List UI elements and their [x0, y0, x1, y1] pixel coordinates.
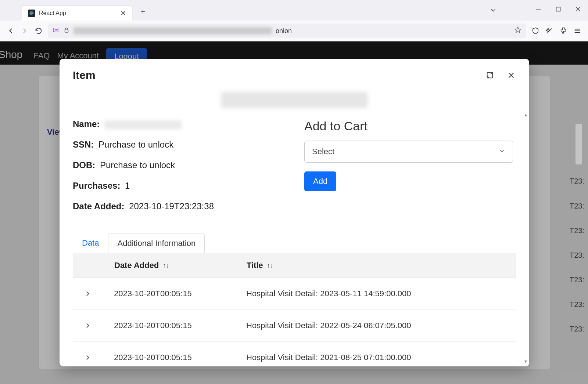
table-header: Date Added ↑↓ Title ↑↓	[73, 253, 516, 278]
window-close-icon[interactable]	[575, 6, 581, 12]
detail-tabs: Data Additional Information	[73, 233, 516, 253]
expand-modal-icon[interactable]	[485, 70, 495, 80]
row-date: 2023-10-20T00:05:15	[114, 289, 246, 298]
new-tab-button[interactable]: ＋	[139, 6, 147, 21]
tab-additional-information[interactable]: Additional Information	[108, 233, 205, 253]
page-scrollbar-thumb[interactable]	[576, 124, 582, 164]
name-label: Name:	[73, 119, 100, 129]
item-details: Name: SSN: Purchase to unlock DOB: Purch…	[73, 119, 290, 222]
page-scrollbar[interactable]	[576, 124, 582, 333]
col-title-label: Title	[247, 261, 263, 270]
row-title: Hospital Visit Detail: 2023-05-11 14:59:…	[246, 289, 507, 298]
sort-icon: ↑↓	[267, 262, 273, 269]
expand-row-icon[interactable]	[82, 319, 94, 332]
col-title[interactable]: Title ↑↓	[247, 261, 507, 270]
tab-bar: React App ✕ ＋	[0, 0, 588, 21]
add-to-cart-title: Add to Cart	[304, 119, 516, 133]
item-modal: Item ▴ Name: SSN: Purchase to unlock DOB…	[60, 59, 529, 366]
svg-rect-8	[65, 30, 68, 32]
svg-point-0	[31, 13, 32, 14]
dob-value: Purchase to unlock	[100, 160, 175, 170]
row-title: Hospital Visit Detail: 2021-08-25 07:01:…	[246, 353, 507, 362]
dob-label: DOB:	[73, 160, 95, 170]
row-date: 2023-10-20T00:05:15	[114, 353, 246, 362]
tab-title: React App	[39, 10, 116, 17]
reload-icon[interactable]	[34, 26, 43, 36]
row-title: Hospital Visit Detail: 2022-05-24 06:07:…	[246, 321, 507, 330]
col-date-added-label: Date Added	[114, 261, 159, 270]
back-icon[interactable]	[6, 26, 15, 36]
expand-row-icon[interactable]	[82, 351, 94, 364]
window-maximize-icon[interactable]	[555, 6, 562, 12]
row-date: 2023-10-20T00:05:15	[114, 321, 246, 330]
shield-icon[interactable]	[531, 26, 540, 36]
sort-icon: ↑↓	[162, 262, 169, 269]
table-body: 2023-10-20T00:05:15 Hospital Visit Detai…	[73, 278, 516, 366]
cart-select-value: Select	[312, 147, 334, 156]
modal-scroll-up-icon[interactable]: ▴	[524, 112, 527, 117]
tor-circuit-icon[interactable]	[52, 26, 60, 35]
field-ssn: SSN: Purchase to unlock	[73, 140, 290, 150]
browser-chrome: React App ✕ ＋ onion	[0, 0, 588, 41]
bookmark-star-icon[interactable]	[514, 26, 522, 36]
url-bar[interactable]: onion	[48, 23, 526, 38]
url-suffix: onion	[276, 27, 292, 35]
table-row: 2023-10-20T00:05:15 Hospital Visit Detai…	[73, 342, 516, 366]
menu-icon[interactable]	[573, 26, 582, 36]
url-redacted	[74, 27, 272, 35]
svg-rect-5	[556, 7, 560, 11]
extensions-icon[interactable]	[559, 26, 568, 36]
chevron-down-icon	[499, 147, 505, 156]
name-redacted	[104, 120, 182, 129]
modal-title: Item	[73, 69, 485, 81]
field-name: Name:	[73, 119, 290, 129]
window-minimize-icon[interactable]	[535, 6, 542, 12]
url-bar-row: onion	[0, 21, 588, 41]
item-header-redacted	[221, 92, 368, 108]
date-added-label: Date Added:	[73, 201, 124, 211]
react-favicon	[28, 10, 35, 17]
purchases-value: 1	[125, 181, 130, 191]
date-added-value: 2023-10-19T23:23:38	[129, 201, 214, 211]
cart-select[interactable]: Select	[304, 141, 513, 163]
tab-data[interactable]: Data	[73, 233, 108, 253]
add-to-cart-panel: Add to Cart Select Add	[304, 119, 516, 222]
field-purchases: Purchases: 1	[73, 181, 290, 191]
add-button[interactable]: Add	[304, 171, 336, 191]
ssn-label: SSN:	[73, 140, 94, 149]
window-controls	[535, 6, 581, 12]
close-modal-icon[interactable]	[506, 70, 516, 80]
expand-row-icon[interactable]	[82, 287, 94, 300]
sparkle-icon[interactable]	[545, 26, 554, 36]
modal-scroll-down-icon[interactable]: ▾	[524, 358, 527, 364]
ssn-value: Purchase to unlock	[98, 140, 173, 149]
field-dob: DOB: Purchase to unlock	[73, 160, 290, 170]
field-date-added: Date Added: 2023-10-19T23:23:38	[73, 201, 290, 211]
col-date-added[interactable]: Date Added ↑↓	[114, 261, 247, 270]
purchases-label: Purchases:	[73, 181, 120, 191]
modal-body: ▴ Name: SSN: Purchase to unlock DOB: Pur…	[60, 85, 529, 366]
forward-icon[interactable]	[20, 26, 29, 36]
tab-close-icon[interactable]: ✕	[120, 9, 126, 18]
modal-header: Item	[60, 59, 529, 85]
table-row: 2023-10-20T00:05:15 Hospital Visit Detai…	[73, 310, 516, 342]
browser-tab[interactable]: React App ✕	[22, 6, 132, 21]
lock-icon[interactable]	[63, 27, 70, 35]
tabs-dropdown-icon[interactable]	[490, 7, 497, 15]
table-row: 2023-10-20T00:05:15 Hospital Visit Detai…	[73, 278, 516, 310]
